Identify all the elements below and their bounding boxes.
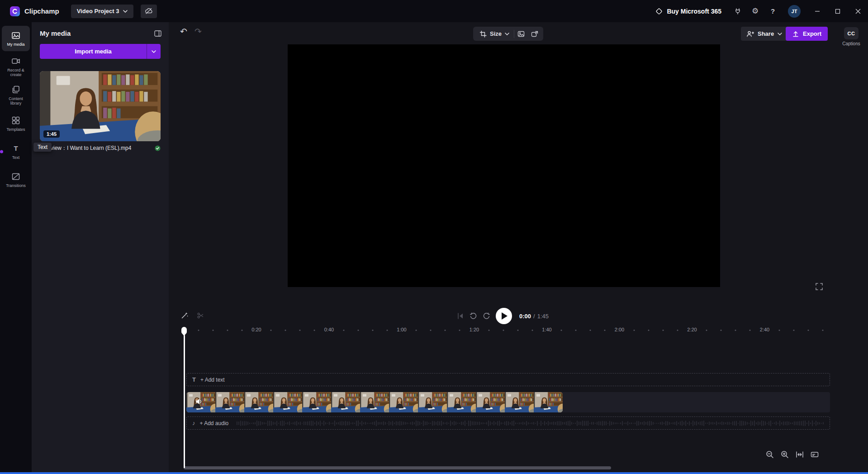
sidebar-item-my-media[interactable]: My media — [2, 26, 30, 51]
filmstrip-frame — [534, 392, 563, 412]
media-clip-thumbnail[interactable]: 1:45 — [40, 71, 161, 141]
scissors-icon — [197, 312, 204, 319]
cloud-off-button[interactable] — [141, 5, 157, 18]
magic-wand-icon — [181, 311, 189, 319]
clip-duration-badge: 1:45 — [43, 130, 60, 138]
sidebar-item-content-library[interactable]: Content library — [2, 82, 30, 108]
chevron-down-icon — [505, 33, 509, 35]
clip-audio-speaker-icon — [195, 398, 203, 405]
sidebar-item-label: Text — [12, 155, 20, 160]
fullscreen-button[interactable] — [815, 282, 823, 291]
text-track-icon: T — [192, 376, 196, 383]
timeline-options-icon — [811, 450, 819, 459]
project-name-dropdown[interactable]: Video Project 3 — [71, 5, 134, 18]
jump-back-button[interactable] — [470, 312, 477, 320]
jump-forward-icon — [483, 312, 490, 320]
time-display: 0:00 / 1:45 — [519, 313, 549, 320]
zoom-to-fit-button[interactable] — [795, 450, 804, 459]
diamond-icon — [655, 8, 663, 15]
sidebar-item-templates[interactable]: Templates — [2, 111, 30, 136]
share-person-icon — [746, 30, 754, 38]
add-audio-track[interactable]: ♪ + Add audio — [186, 417, 830, 430]
playhead-handle — [181, 327, 187, 334]
total-duration: 1:45 — [537, 313, 549, 320]
skip-to-start-button[interactable] — [457, 312, 464, 320]
panel-title: My media — [40, 29, 71, 37]
filmstrip-frame — [447, 392, 476, 412]
project-name: Video Project 3 — [77, 8, 119, 14]
sidebar-item-text[interactable]: T Text — [2, 139, 30, 164]
canvas-toolbar: Size — [473, 27, 543, 41]
filmstrip-frame — [331, 392, 360, 412]
connections-button[interactable] — [729, 2, 746, 20]
user-avatar[interactable]: JT — [788, 5, 801, 18]
filters-button[interactable] — [514, 27, 528, 41]
filmstrip-frame — [476, 392, 505, 412]
text-icon: T — [14, 144, 18, 153]
sidebar-item-label: Transitions — [6, 183, 26, 188]
export-button[interactable]: Export — [786, 27, 828, 41]
notification-dot — [0, 150, 3, 153]
sidebar-item-transitions[interactable]: Transitions — [2, 167, 30, 192]
help-button[interactable]: ? — [764, 2, 782, 20]
settings-button[interactable]: ⚙ — [746, 2, 764, 20]
filmstrip-frame — [389, 392, 418, 412]
zoom-in-button[interactable] — [780, 450, 789, 459]
captions-button[interactable]: CC — [844, 27, 859, 39]
gear-icon: ⚙ — [752, 7, 759, 15]
timeline-options-button[interactable] — [810, 450, 819, 459]
size-dropdown[interactable]: Size — [475, 27, 514, 41]
timeline-scrollbar[interactable] — [184, 466, 611, 469]
library-icon — [11, 85, 20, 94]
image-filter-icon — [517, 30, 525, 38]
jump-forward-button[interactable] — [483, 312, 490, 320]
sidebar-item-label: Templates — [6, 127, 25, 132]
share-button[interactable]: Share — [741, 27, 787, 41]
media-panel-header: My media — [32, 22, 169, 37]
synced-check-icon — [155, 145, 161, 151]
redo-button[interactable]: ↷ — [194, 27, 202, 36]
effects-button[interactable] — [528, 27, 541, 41]
buy-microsoft-365-button[interactable]: Buy Microsoft 365 — [655, 8, 721, 15]
jump-back-icon — [470, 312, 477, 320]
playhead[interactable] — [181, 327, 187, 468]
sidebar-item-label: My media — [7, 42, 24, 47]
bottom-accent-bar — [0, 472, 868, 474]
sidebar-item-record-create[interactable]: Record & create — [2, 54, 30, 80]
timeline-zoom-controls — [765, 450, 819, 459]
filmstrip-frame — [215, 392, 244, 412]
minimize-button[interactable] — [807, 0, 827, 22]
maximize-button[interactable] — [827, 0, 848, 22]
time-separator: / — [533, 313, 535, 320]
clip-filename: Interview：I Want to Learn (ESL).mp4 — [40, 144, 131, 152]
export-label: Export — [803, 30, 821, 37]
close-button[interactable] — [848, 0, 868, 22]
clip-file-row: Interview：I Want to Learn (ESL).mp4 — [40, 144, 161, 152]
import-media-dropdown[interactable] — [147, 44, 161, 59]
plug-icon — [734, 8, 741, 15]
titlebar-left: Clipchamp Video Project 3 — [0, 5, 157, 18]
redo-icon: ↷ — [194, 27, 202, 36]
templates-icon — [11, 116, 20, 125]
filmstrip-frame — [302, 392, 331, 412]
zoom-out-button[interactable] — [765, 450, 774, 459]
undo-button[interactable]: ↶ — [180, 27, 187, 36]
import-media-button[interactable]: Import media — [40, 44, 147, 59]
current-time: 0:00 — [519, 313, 531, 320]
fit-width-icon — [796, 450, 804, 459]
audio-waveform — [237, 420, 828, 427]
magic-tools-button[interactable] — [181, 311, 189, 319]
filmstrip-frame — [505, 392, 534, 412]
frame-export-icon — [531, 30, 538, 38]
play-icon — [502, 312, 508, 320]
split-button[interactable] — [197, 312, 204, 319]
video-preview-canvas — [288, 44, 720, 287]
video-clip-filmstrip[interactable] — [186, 392, 563, 412]
sidebar-item-label: Record & create — [4, 68, 28, 77]
collapse-panel-button[interactable] — [154, 30, 161, 37]
play-button[interactable] — [496, 308, 512, 324]
cloud-off-icon — [145, 8, 153, 14]
help-icon: ? — [771, 7, 775, 15]
add-text-track[interactable]: T + Add text — [186, 373, 830, 386]
filmstrip-frame — [418, 392, 447, 412]
